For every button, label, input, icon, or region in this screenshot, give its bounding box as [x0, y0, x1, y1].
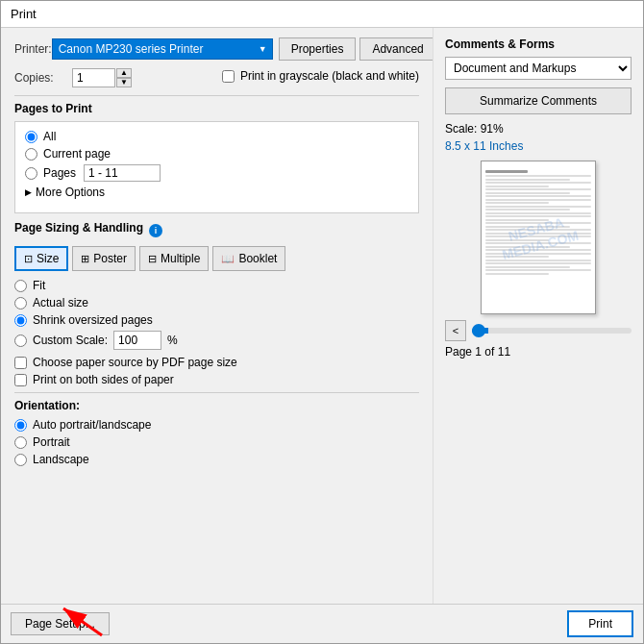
custom-scale-label: Custom Scale:	[33, 334, 108, 347]
forms-dropdown[interactable]: Document and Markups	[445, 57, 632, 80]
size-label: Size	[37, 252, 59, 265]
actual-radio[interactable]	[14, 297, 27, 310]
printer-label: Printer:	[14, 42, 52, 56]
preview-line-9	[485, 202, 549, 204]
custom-scale-radio[interactable]	[14, 334, 27, 347]
preview-line-18	[485, 233, 591, 235]
left-panel: Printer: Canon MP230 series Printer Prop…	[1, 28, 433, 604]
preview-line-2	[485, 179, 570, 181]
preview-line-25	[485, 256, 549, 258]
properties-button[interactable]: Properties	[279, 37, 357, 61]
pages-radio-row: Pages	[25, 164, 409, 182]
preview-line-17	[485, 229, 591, 231]
paper-source-checkbox[interactable]	[14, 357, 27, 369]
poster-button[interactable]: ⊞ Poster	[72, 246, 136, 271]
both-sides-checkbox[interactable]	[14, 374, 27, 386]
preview-line-21	[485, 242, 591, 244]
preview-content	[482, 161, 595, 282]
right-panel: Comments & Forms Document and Markups Su…	[433, 28, 643, 604]
size-icon: ⊡	[24, 253, 33, 265]
copies-input[interactable]	[72, 68, 115, 87]
fit-radio[interactable]	[14, 280, 27, 292]
booklet-button[interactable]: 📖 Booklet	[212, 246, 285, 271]
grayscale-checkbox[interactable]	[222, 70, 235, 83]
preview-line-30	[485, 273, 549, 275]
page-slider[interactable]	[472, 328, 632, 334]
landscape-radio[interactable]	[14, 454, 27, 466]
info-icon: i	[149, 224, 162, 237]
size-button[interactable]: ⊡ Size	[14, 246, 68, 271]
preview-line-29	[485, 269, 591, 271]
printer-row: Printer: Canon MP230 series Printer Prop…	[14, 37, 419, 61]
pages-range-input[interactable]	[84, 164, 161, 182]
preview-line-24	[485, 253, 591, 255]
footer-right: Print	[567, 610, 633, 637]
preview-line-28	[485, 266, 570, 268]
preview-line-20	[485, 239, 549, 241]
copies-down[interactable]: ▼	[116, 78, 132, 87]
orientation-heading: Orientation:	[14, 399, 419, 412]
scale-text: Scale: 91%	[445, 122, 632, 136]
auto-orient-label: Auto portrait/landscape	[33, 418, 151, 432]
grayscale-row: Print in grayscale (black and white)	[222, 69, 419, 83]
preview-line-4	[485, 186, 549, 187]
pages-label: Pages	[43, 166, 76, 180]
both-sides-row: Print on both sides of paper	[14, 373, 419, 386]
portrait-radio[interactable]	[14, 436, 27, 449]
page-preview-container: NESABA MEDIA.COM	[445, 161, 632, 314]
sizing-buttons: ⊡ Size ⊞ Poster ⊟ Multiple 📖 Booklet	[14, 246, 419, 271]
current-radio[interactable]	[25, 148, 37, 161]
all-radio-row: All	[25, 130, 409, 143]
page-preview: NESABA MEDIA.COM	[481, 161, 596, 314]
fit-label: Fit	[33, 279, 45, 292]
all-radio[interactable]	[25, 131, 37, 143]
pages-to-print-box: All Current page Pages ▶ More Options	[14, 121, 419, 213]
printer-select-wrapper: Canon MP230 series Printer	[52, 38, 273, 60]
auto-orient-row: Auto portrait/landscape	[14, 418, 419, 432]
preview-line-7	[485, 195, 591, 197]
preview-line-26	[485, 260, 591, 261]
actual-radio-row: Actual size	[14, 296, 419, 310]
pages-to-print-heading: Pages to Print	[14, 102, 419, 115]
dialog-title: Print	[11, 7, 37, 21]
percent-label: %	[167, 334, 178, 347]
preview-line-6	[485, 192, 570, 194]
pages-radio[interactable]	[25, 167, 37, 180]
paper-source-row: Choose paper source by PDF page size	[14, 356, 419, 369]
copies-spinner[interactable]: ▲ ▼	[116, 68, 132, 87]
poster-icon: ⊞	[81, 253, 89, 265]
preview-line-3	[485, 182, 591, 184]
preview-line-12	[485, 212, 591, 214]
summarize-button[interactable]: Summarize Comments	[445, 87, 632, 114]
multiple-button[interactable]: ⊟ Multiple	[139, 246, 209, 271]
shrink-radio-row: Shrink oversized pages	[14, 313, 419, 327]
auto-orient-radio[interactable]	[14, 419, 27, 432]
preview-line-5	[485, 188, 591, 190]
landscape-label: Landscape	[33, 453, 89, 466]
portrait-label: Portrait	[33, 435, 70, 449]
preview-line-15	[485, 222, 591, 224]
advanced-button[interactable]: Advanced	[359, 37, 433, 61]
more-options-toggle[interactable]: ▶ More Options	[25, 186, 409, 199]
printer-select[interactable]: Canon MP230 series Printer	[52, 38, 273, 60]
copies-up[interactable]: ▲	[116, 68, 132, 78]
preview-line-27	[485, 262, 591, 264]
pagination-row: <	[445, 320, 632, 341]
prev-page-button[interactable]: <	[445, 320, 466, 341]
dialog-body: Printer: Canon MP230 series Printer Prop…	[1, 28, 643, 604]
dialog-footer: Page Setup... Print	[1, 604, 643, 643]
page-sizing-heading: Page Sizing & Handling	[14, 221, 143, 235]
preview-line-22	[485, 246, 570, 248]
paper-size-text: 8.5 x 11 Inches	[445, 139, 632, 153]
print-dialog: Print Printer: Canon MP230 series Printe…	[0, 0, 644, 644]
shrink-radio[interactable]	[14, 314, 27, 327]
preview-heading-line	[485, 170, 528, 173]
shrink-label: Shrink oversized pages	[33, 313, 153, 327]
fit-radio-row: Fit	[14, 279, 419, 292]
print-button[interactable]: Print	[567, 610, 633, 637]
page-setup-button[interactable]: Page Setup...	[11, 612, 110, 635]
both-sides-label: Print on both sides of paper	[33, 373, 174, 386]
all-label: All	[43, 130, 56, 143]
landscape-row: Landscape	[14, 453, 419, 466]
custom-scale-input[interactable]	[113, 331, 161, 350]
